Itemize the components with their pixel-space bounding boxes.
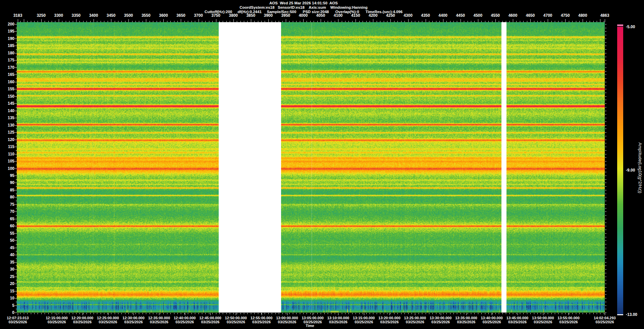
- bottom-axis-time-label: 12:35:00.000: [148, 316, 170, 320]
- bottom-axis-minor-tick: [356, 313, 356, 314]
- right-axis-tick: [605, 204, 606, 205]
- top-axis-minor-tick: [485, 21, 485, 22]
- bottom-axis-date-label: 03/25/2026: [483, 320, 501, 324]
- bottom-axis-minor-tick: [478, 313, 478, 314]
- left-axis-minor-tick: [16, 114, 17, 114]
- top-axis-major-tick: [321, 19, 321, 22]
- spectrogram-plot[interactable]: [17, 22, 605, 313]
- bottom-axis-minor-tick: [261, 313, 262, 314]
- top-axis-minor-tick: [328, 21, 328, 22]
- top-axis-label: 3350: [72, 13, 81, 17]
- left-axis-minor-tick: [16, 215, 17, 216]
- left-axis-major-tick: [15, 53, 17, 53]
- bottom-axis-major-tick: [543, 313, 543, 315]
- bottom-axis-minor-tick: [422, 313, 422, 314]
- right-axis-tick: [605, 165, 606, 165]
- top-axis-minor-tick: [590, 21, 590, 22]
- bottom-axis-minor-tick: [317, 313, 318, 314]
- bottom-axis-date-label: 03/25/2026: [431, 320, 450, 324]
- top-axis-minor-tick: [432, 21, 433, 22]
- bottom-axis-minor-tick: [233, 313, 234, 314]
- bottom-axis-minor-tick: [499, 313, 499, 314]
- bottom-axis-minor-tick: [177, 313, 178, 314]
- right-axis-tick: [605, 96, 606, 97]
- left-axis-major-tick: [15, 96, 17, 97]
- bottom-axis-minor-tick: [104, 313, 104, 314]
- bottom-axis-time-label: 13:25:00.000: [404, 316, 426, 320]
- top-axis-minor-tick: [576, 21, 576, 22]
- top-axis-minor-tick: [143, 21, 143, 22]
- top-axis-major-tick: [478, 19, 478, 22]
- top-axis-minor-tick: [569, 21, 569, 22]
- bottom-axis-minor-tick: [527, 313, 527, 314]
- right-axis-tick: [605, 248, 606, 248]
- left-axis-major-tick: [15, 233, 17, 234]
- bottom-axis-major-tick: [313, 313, 313, 315]
- left-axis-minor-tick: [16, 100, 17, 100]
- top-axis-label: 4150: [351, 13, 360, 17]
- bottom-axis-minor-tick: [76, 313, 76, 314]
- left-axis-minor-tick: [16, 143, 17, 143]
- top-axis-label: 3650: [176, 13, 185, 17]
- right-axis-tick: [605, 287, 606, 288]
- left-axis-label: 25: [0, 275, 14, 279]
- left-axis-label: 195: [0, 29, 14, 33]
- top-axis-label: 3550: [142, 13, 151, 17]
- right-axis-tick: [605, 306, 606, 306]
- top-axis-label: 4550: [491, 13, 500, 17]
- bottom-axis-minor-tick: [565, 313, 566, 314]
- top-axis-label: 3500: [124, 13, 133, 17]
- right-axis-tick: [605, 255, 606, 255]
- top-axis-major-tick: [356, 19, 356, 22]
- top-axis-label: 3300: [54, 13, 63, 17]
- top-axis-minor-tick: [73, 21, 73, 22]
- top-axis-minor-tick: [167, 21, 167, 22]
- top-axis-minor-tick: [209, 21, 209, 22]
- bottom-axis-minor-tick: [593, 313, 594, 314]
- left-axis-label: 180: [0, 51, 14, 55]
- bottom-axis-time-label: 13:20:00.000: [378, 316, 400, 320]
- bottom-axis-minor-tick: [363, 313, 363, 314]
- top-axis-minor-tick: [562, 21, 562, 22]
- right-axis-tick: [605, 233, 606, 234]
- top-axis-major-tick: [163, 19, 164, 22]
- bottom-axis-minor-tick: [502, 313, 503, 314]
- top-axis-minor-tick: [87, 21, 87, 22]
- bottom-axis-minor-tick: [544, 313, 545, 314]
- left-axis-minor-tick: [16, 57, 17, 57]
- top-axis-minor-tick: [412, 21, 412, 22]
- spectrogram-app: AOS Wed 25 Mar 2026 14:01:50 AOS CoordSy…: [0, 0, 644, 329]
- bottom-axis-time-label: 12:07:23.013: [7, 316, 29, 320]
- left-axis-label: 65: [0, 217, 14, 221]
- bottom-axis-minor-tick: [310, 313, 311, 314]
- left-axis-minor-tick: [16, 294, 17, 295]
- left-axis-major-tick: [15, 211, 17, 212]
- top-axis-minor-tick: [492, 21, 492, 22]
- left-axis-minor-tick: [16, 35, 17, 35]
- left-axis-major-tick: [15, 111, 17, 111]
- bottom-axis-date-label: 03/25/2026: [508, 320, 527, 324]
- top-axis-label: 4100: [334, 13, 343, 17]
- bottom-axis-minor-tick: [115, 313, 115, 314]
- left-axis-minor-tick: [16, 201, 17, 201]
- bottom-axis-minor-tick: [436, 313, 436, 314]
- top-axis-minor-tick: [282, 21, 283, 22]
- left-axis-major-tick: [15, 24, 17, 25]
- right-axis-tick: [605, 183, 606, 183]
- left-axis-minor-tick: [16, 258, 17, 259]
- left-axis-major-tick: [15, 67, 17, 68]
- bottom-axis-minor-tick: [184, 313, 185, 314]
- top-axis-minor-tick: [247, 21, 248, 22]
- left-axis-major-tick: [15, 147, 17, 147]
- bottom-axis-minor-tick: [397, 313, 398, 314]
- left-axis-label: 40: [0, 253, 14, 257]
- bottom-axis-minor-tick: [251, 313, 251, 314]
- top-axis-minor-tick: [520, 21, 520, 22]
- bottom-axis-minor-tick: [121, 313, 122, 314]
- top-axis-minor-tick: [38, 21, 38, 22]
- right-axis-tick: [605, 294, 606, 295]
- right-axis-tick: [605, 67, 606, 68]
- top-axis-minor-tick: [468, 21, 468, 22]
- top-axis-label: 4650: [526, 13, 535, 17]
- top-axis-minor-tick: [405, 21, 405, 22]
